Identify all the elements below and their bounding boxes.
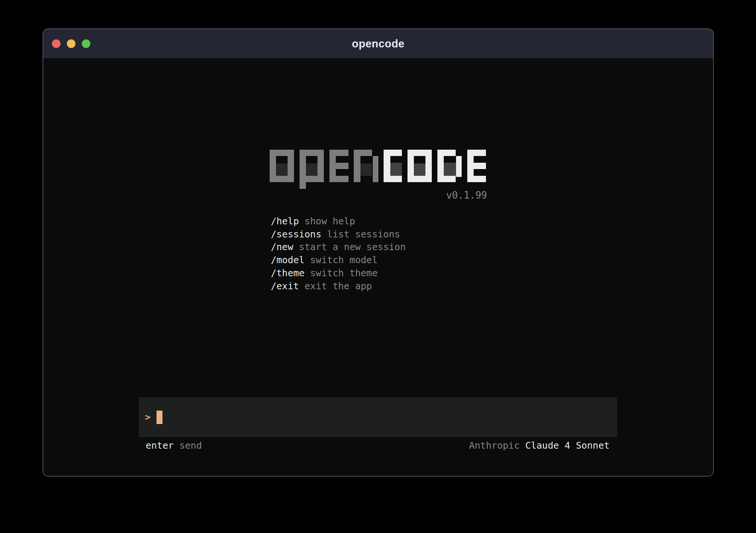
command-label: /new xyxy=(271,241,293,252)
close-button[interactable] xyxy=(52,40,61,48)
keybind-key: enter xyxy=(146,440,174,451)
command-label: /exit xyxy=(271,281,299,292)
terminal-content: v0.1.99 /helpshow help/sessionslist sess… xyxy=(43,58,713,476)
keybind-hint: entersend xyxy=(146,439,202,452)
status-bar: entersend AnthropicClaude 4 Sonnet xyxy=(146,439,610,452)
minimize-button[interactable] xyxy=(67,40,75,48)
maximize-button[interactable] xyxy=(82,40,90,48)
command-description: switch model xyxy=(304,255,378,265)
keybind-action: send xyxy=(174,440,202,451)
prompt-input[interactable]: > xyxy=(139,397,617,437)
command-label: /model xyxy=(271,255,304,265)
window-title: opencode xyxy=(352,38,405,50)
command-row: /newstart a new session xyxy=(271,241,406,254)
command-description: show help xyxy=(299,216,355,227)
command-row: /sessionslist sessions xyxy=(271,228,406,241)
version-label: v0.1.99 xyxy=(270,190,487,201)
opencode-logo xyxy=(270,150,486,190)
window-titlebar[interactable]: opencode xyxy=(43,29,713,58)
command-list: /helpshow help/sessionslist sessions/new… xyxy=(271,215,406,293)
command-description: list sessions xyxy=(321,229,400,240)
traffic-lights xyxy=(52,40,90,48)
command-row: /modelswitch model xyxy=(271,254,406,267)
command-description: exit the app xyxy=(299,281,372,292)
command-description: start a new session xyxy=(293,241,406,252)
model-indicator: AnthropicClaude 4 Sonnet xyxy=(469,439,610,452)
opencode-window: opencode v0.1.99 /helpshow help/sessions… xyxy=(43,28,714,477)
command-label: /help xyxy=(271,216,299,227)
command-row: /themeswitch theme xyxy=(271,267,406,280)
command-label: /theme xyxy=(271,268,304,278)
command-description: switch theme xyxy=(304,268,378,278)
desktop-background: opencode v0.1.99 /helpshow help/sessions… xyxy=(0,0,756,533)
command-row: /exitexit the app xyxy=(271,280,406,293)
text-cursor xyxy=(157,411,162,424)
model-provider: Anthropic xyxy=(469,440,520,451)
prompt-symbol: > xyxy=(145,412,151,423)
command-row: /helpshow help xyxy=(271,215,406,228)
command-label: /sessions xyxy=(271,229,321,240)
model-name: Claude 4 Sonnet xyxy=(520,440,610,451)
